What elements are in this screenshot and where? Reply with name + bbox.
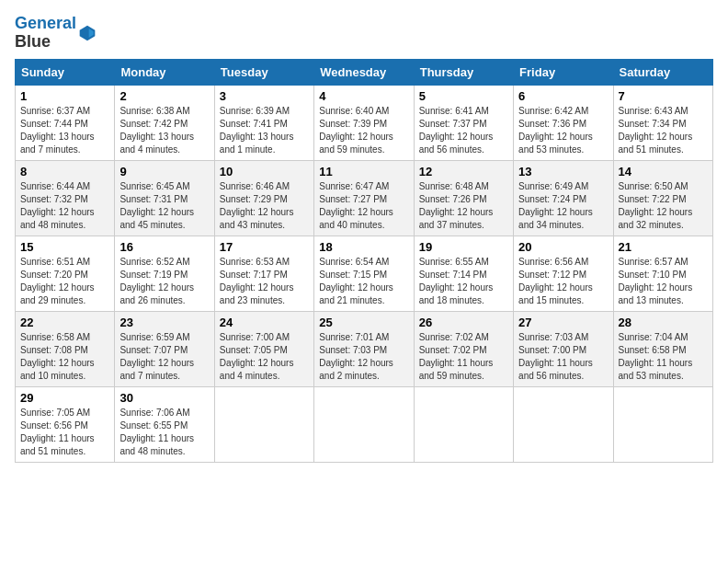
calendar-cell: 17 Sunrise: 6:53 AMSunset: 7:17 PMDaylig… (214, 236, 313, 311)
day-info: Sunrise: 6:47 AMSunset: 7:27 PMDaylight:… (319, 180, 408, 232)
day-number: 5 (419, 89, 508, 103)
calendar-cell: 27 Sunrise: 7:03 AMSunset: 7:00 PMDaylig… (514, 311, 613, 386)
calendar-cell: 23 Sunrise: 6:59 AMSunset: 7:07 PMDaylig… (115, 311, 214, 386)
day-number: 15 (20, 240, 109, 254)
day-info: Sunrise: 6:50 AMSunset: 7:22 PMDaylight:… (619, 180, 708, 232)
day-info: Sunrise: 7:01 AMSunset: 7:03 PMDaylight:… (319, 331, 408, 383)
weekday-header-wednesday: Wednesday (314, 59, 414, 85)
weekday-header-sunday: Sunday (16, 59, 115, 85)
calendar-cell: 2 Sunrise: 6:38 AMSunset: 7:42 PMDayligh… (115, 85, 214, 160)
day-info: Sunrise: 7:05 AMSunset: 6:56 PMDaylight:… (20, 407, 109, 458)
page-header: General Blue (15, 15, 713, 52)
day-number: 22 (20, 316, 109, 329)
calendar-week-4: 22 Sunrise: 6:58 AMSunset: 7:08 PMDaylig… (16, 311, 713, 386)
day-number: 1 (20, 89, 109, 103)
calendar-cell: 5 Sunrise: 6:41 AMSunset: 7:37 PMDayligh… (414, 85, 513, 160)
calendar-cell: 22 Sunrise: 6:58 AMSunset: 7:08 PMDaylig… (16, 311, 115, 386)
day-number: 3 (220, 89, 309, 103)
day-info: Sunrise: 6:52 AMSunset: 7:19 PMDaylight:… (119, 256, 209, 307)
calendar-cell: 24 Sunrise: 7:00 AMSunset: 7:05 PMDaylig… (214, 311, 313, 386)
weekday-header-row: SundayMondayTuesdayWednesdayThursdayFrid… (16, 59, 713, 85)
calendar-cell: 1 Sunrise: 6:37 AMSunset: 7:44 PMDayligh… (16, 85, 115, 160)
day-info: Sunrise: 7:00 AMSunset: 7:05 PMDaylight:… (220, 331, 309, 383)
day-info: Sunrise: 6:45 AMSunset: 7:31 PMDaylight:… (119, 180, 209, 232)
calendar-cell (214, 386, 313, 462)
day-info: Sunrise: 6:40 AMSunset: 7:39 PMDaylight:… (319, 105, 408, 156)
day-number: 30 (119, 391, 209, 405)
day-info: Sunrise: 7:02 AMSunset: 7:02 PMDaylight:… (419, 331, 508, 383)
weekday-header-monday: Monday (115, 59, 214, 85)
day-info: Sunrise: 6:44 AMSunset: 7:32 PMDaylight:… (20, 180, 109, 232)
calendar-cell: 20 Sunrise: 6:56 AMSunset: 7:12 PMDaylig… (514, 236, 613, 311)
day-info: Sunrise: 6:38 AMSunset: 7:42 PMDaylight:… (119, 105, 209, 156)
day-number: 11 (319, 165, 408, 178)
day-info: Sunrise: 6:42 AMSunset: 7:36 PMDaylight:… (518, 105, 608, 156)
day-number: 16 (119, 240, 209, 254)
day-info: Sunrise: 6:51 AMSunset: 7:20 PMDaylight:… (20, 256, 109, 307)
day-info: Sunrise: 6:46 AMSunset: 7:29 PMDaylight:… (220, 180, 309, 232)
calendar-cell (314, 386, 414, 462)
calendar-cell: 29 Sunrise: 7:05 AMSunset: 6:56 PMDaylig… (16, 386, 115, 462)
logo-text: General Blue (15, 15, 76, 52)
calendar-cell (613, 386, 712, 462)
calendar-cell: 12 Sunrise: 6:48 AMSunset: 7:26 PMDaylig… (414, 160, 513, 236)
calendar-cell: 16 Sunrise: 6:52 AMSunset: 7:19 PMDaylig… (115, 236, 214, 311)
day-info: Sunrise: 6:43 AMSunset: 7:34 PMDaylight:… (619, 105, 708, 156)
calendar-table: SundayMondayTuesdayWednesdayThursdayFrid… (15, 59, 713, 463)
calendar-cell: 26 Sunrise: 7:02 AMSunset: 7:02 PMDaylig… (414, 311, 513, 386)
day-info: Sunrise: 7:04 AMSunset: 6:58 PMDaylight:… (619, 331, 708, 383)
day-number: 27 (518, 316, 608, 329)
day-number: 12 (419, 165, 508, 178)
weekday-header-tuesday: Tuesday (214, 59, 313, 85)
calendar-cell: 11 Sunrise: 6:47 AMSunset: 7:27 PMDaylig… (314, 160, 414, 236)
day-info: Sunrise: 6:41 AMSunset: 7:37 PMDaylight:… (419, 105, 508, 156)
day-info: Sunrise: 6:58 AMSunset: 7:08 PMDaylight:… (20, 331, 109, 383)
calendar-week-3: 15 Sunrise: 6:51 AMSunset: 7:20 PMDaylig… (16, 236, 713, 311)
calendar-cell: 10 Sunrise: 6:46 AMSunset: 7:29 PMDaylig… (214, 160, 313, 236)
calendar-cell: 15 Sunrise: 6:51 AMSunset: 7:20 PMDaylig… (16, 236, 115, 311)
calendar-cell: 4 Sunrise: 6:40 AMSunset: 7:39 PMDayligh… (314, 85, 414, 160)
calendar-cell: 13 Sunrise: 6:49 AMSunset: 7:24 PMDaylig… (514, 160, 613, 236)
calendar-cell: 7 Sunrise: 6:43 AMSunset: 7:34 PMDayligh… (613, 85, 712, 160)
logo-icon (78, 24, 97, 42)
day-info: Sunrise: 7:06 AMSunset: 6:55 PMDaylight:… (119, 407, 209, 458)
day-number: 29 (20, 391, 109, 405)
day-info: Sunrise: 6:53 AMSunset: 7:17 PMDaylight:… (220, 256, 309, 307)
calendar-cell: 3 Sunrise: 6:39 AMSunset: 7:41 PMDayligh… (214, 85, 313, 160)
day-info: Sunrise: 6:56 AMSunset: 7:12 PMDaylight:… (518, 256, 608, 307)
day-number: 19 (419, 240, 508, 254)
day-number: 10 (220, 165, 309, 178)
day-info: Sunrise: 6:49 AMSunset: 7:24 PMDaylight:… (518, 180, 608, 232)
weekday-header-thursday: Thursday (414, 59, 513, 85)
day-number: 7 (619, 89, 708, 103)
day-number: 18 (319, 240, 408, 254)
day-number: 25 (319, 316, 408, 329)
day-info: Sunrise: 7:03 AMSunset: 7:00 PMDaylight:… (518, 331, 608, 383)
day-number: 23 (119, 316, 209, 329)
calendar-week-1: 1 Sunrise: 6:37 AMSunset: 7:44 PMDayligh… (16, 85, 713, 160)
day-number: 14 (619, 165, 708, 178)
calendar-cell: 9 Sunrise: 6:45 AMSunset: 7:31 PMDayligh… (115, 160, 214, 236)
day-info: Sunrise: 6:59 AMSunset: 7:07 PMDaylight:… (119, 331, 209, 383)
day-number: 8 (20, 165, 109, 178)
day-number: 9 (119, 165, 209, 178)
day-info: Sunrise: 6:48 AMSunset: 7:26 PMDaylight:… (419, 180, 508, 232)
day-number: 4 (319, 89, 408, 103)
calendar-cell: 14 Sunrise: 6:50 AMSunset: 7:22 PMDaylig… (613, 160, 712, 236)
calendar-week-5: 29 Sunrise: 7:05 AMSunset: 6:56 PMDaylig… (16, 386, 713, 462)
calendar-cell: 6 Sunrise: 6:42 AMSunset: 7:36 PMDayligh… (514, 85, 613, 160)
day-number: 21 (619, 240, 708, 254)
weekday-header-saturday: Saturday (613, 59, 712, 85)
calendar-cell: 18 Sunrise: 6:54 AMSunset: 7:15 PMDaylig… (314, 236, 414, 311)
calendar-cell (514, 386, 613, 462)
day-number: 2 (119, 89, 209, 103)
day-info: Sunrise: 6:37 AMSunset: 7:44 PMDaylight:… (20, 105, 109, 156)
calendar-cell: 25 Sunrise: 7:01 AMSunset: 7:03 PMDaylig… (314, 311, 414, 386)
day-info: Sunrise: 6:57 AMSunset: 7:10 PMDaylight:… (619, 256, 708, 307)
day-number: 20 (518, 240, 608, 254)
weekday-header-friday: Friday (514, 59, 613, 85)
day-info: Sunrise: 6:39 AMSunset: 7:41 PMDaylight:… (220, 105, 309, 156)
day-number: 13 (518, 165, 608, 178)
day-number: 24 (220, 316, 309, 329)
calendar-cell: 30 Sunrise: 7:06 AMSunset: 6:55 PMDaylig… (115, 386, 214, 462)
